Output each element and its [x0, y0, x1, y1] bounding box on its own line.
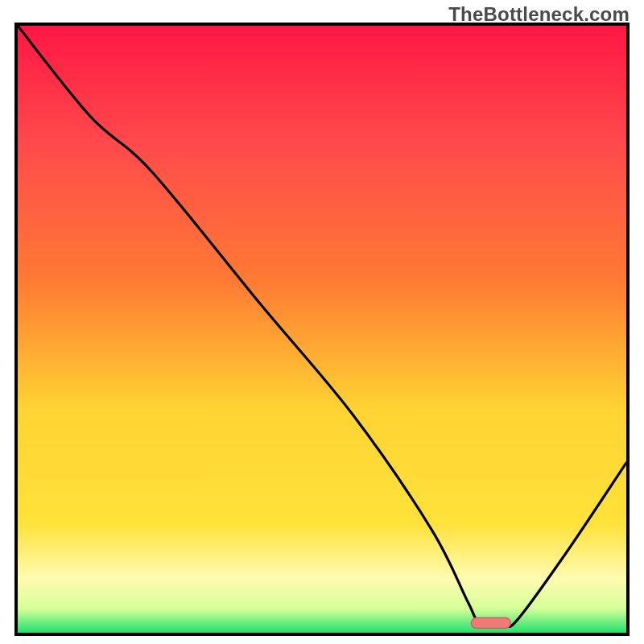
plot-area: [14, 23, 630, 636]
optimal-marker: [471, 617, 510, 628]
chart-frame: TheBottleneck.com: [0, 0, 644, 644]
chart-svg: [18, 26, 626, 633]
gradient-background: [18, 26, 626, 633]
